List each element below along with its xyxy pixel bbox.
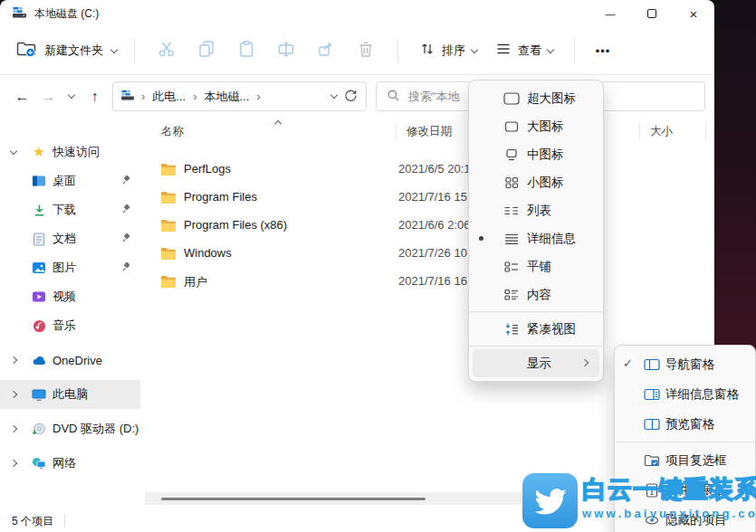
- sidebar-item-label: 视频: [53, 289, 76, 305]
- share-button[interactable]: [306, 33, 346, 68]
- back-button[interactable]: ←: [9, 89, 35, 105]
- more-options-button[interactable]: •••: [587, 44, 619, 58]
- delete-button[interactable]: [346, 33, 386, 68]
- sidebar-item-music[interactable]: 音乐: [0, 311, 143, 340]
- chevron-down-icon[interactable]: [10, 147, 17, 154]
- view-button[interactable]: 查看: [486, 41, 562, 61]
- sort-button[interactable]: 排序: [410, 41, 486, 61]
- submenu-item-label: 预览窗格: [665, 409, 714, 439]
- sidebar-item-this-pc[interactable]: 此电脑: [0, 380, 140, 409]
- watermark-url: www.baiyunxitong.com: [582, 507, 756, 520]
- menu-separator: [470, 311, 602, 312]
- sidebar-item-quick-access[interactable]: ★ 快速访问: [0, 138, 143, 166]
- menu-item-extra-large-icons[interactable]: 超大图标: [473, 84, 599, 112]
- menu-item-label: 紧凑视图: [527, 315, 576, 343]
- pin-icon: [120, 204, 131, 217]
- chevron-right-icon[interactable]: [10, 460, 17, 467]
- search-icon: [387, 89, 400, 105]
- details-pane-icon: [644, 387, 660, 402]
- menu-item-compact-view[interactable]: 紧凑视图: [473, 315, 599, 343]
- paste-button[interactable]: [226, 33, 266, 68]
- file-date: 2021/6/5 20:1: [398, 162, 471, 176]
- file-row[interactable]: Program Files (x86) 2021/6/6 2:06: [143, 212, 714, 240]
- item-checkboxes-icon: [644, 452, 660, 468]
- file-name: PerfLogs: [184, 162, 231, 176]
- close-button[interactable]: ×: [673, 0, 714, 27]
- scrollbar-thumb[interactable]: [161, 498, 426, 500]
- file-row[interactable]: PerfLogs 2021/6/5 20:1: [143, 156, 714, 184]
- maximize-button[interactable]: [631, 0, 673, 27]
- toolbar-divider: [134, 39, 135, 63]
- navigation-pane-icon: [644, 357, 660, 372]
- breadcrumb[interactable]: › 此电... › 本地磁... ›: [112, 81, 367, 111]
- column-headers: 名称 修改日期 大小: [143, 118, 714, 145]
- submenu-item-label: 项目复选框: [665, 445, 727, 475]
- file-date: 2021/7/16 16: [398, 274, 467, 288]
- menu-item-content[interactable]: 内容: [473, 280, 599, 309]
- chevron-right-icon[interactable]: [10, 391, 17, 398]
- sidebar-item-documents[interactable]: 文档: [0, 224, 143, 253]
- chevron-right-icon[interactable]: [10, 425, 17, 432]
- file-row[interactable]: Program Files 2021/7/16 15: [143, 184, 714, 212]
- picture-icon: [31, 261, 47, 274]
- menu-item-tiles[interactable]: 平铺: [473, 252, 599, 280]
- history-dropdown-button[interactable]: [62, 95, 81, 98]
- submenu-item-item-checkboxes[interactable]: 项目复选框: [618, 445, 751, 475]
- copy-icon: [197, 40, 215, 62]
- address-dropdown-icon[interactable]: [330, 91, 338, 99]
- forward-button[interactable]: →: [35, 89, 62, 105]
- watermark: 白云一键重装系统 www.baiyunxitong.com: [522, 473, 756, 528]
- file-row[interactable]: 用户 2021/7/16 16: [143, 268, 714, 296]
- star-icon: ★: [31, 144, 47, 160]
- music-icon: [31, 319, 47, 333]
- items-count: 5 个项目: [12, 514, 53, 529]
- sidebar-item-desktop[interactable]: 桌面: [0, 166, 143, 195]
- breadcrumb-separator: ›: [256, 90, 260, 103]
- file-name: Program Files: [184, 190, 257, 204]
- sidebar-item-downloads[interactable]: 下载: [0, 195, 143, 224]
- copy-button[interactable]: [187, 33, 226, 68]
- pin-icon: [120, 261, 131, 275]
- cut-button[interactable]: [147, 33, 187, 68]
- extra-large-icons-icon: [503, 91, 520, 106]
- file-row[interactable]: Windows 2021/7/26 10: [143, 240, 714, 268]
- medium-icons-icon: [503, 147, 520, 162]
- new-folder-button[interactable]: 新建文件夹: [11, 34, 122, 67]
- sidebar-item-dvd-drive[interactable]: DVD 驱动器 (D:) CP: [0, 414, 143, 443]
- dvd-icon: [31, 423, 47, 436]
- minimize-button[interactable]: —: [589, 0, 631, 27]
- column-header-name[interactable]: 名称: [143, 124, 396, 139]
- breadcrumb-this-pc[interactable]: 此电...: [152, 89, 186, 105]
- navigation-pane: ★ 快速访问 桌面 下载 文档 图片: [0, 118, 143, 510]
- menu-item-show[interactable]: 显示: [473, 349, 599, 377]
- sidebar-item-pictures[interactable]: 图片: [0, 253, 143, 282]
- menu-item-label: 小图标: [527, 168, 564, 196]
- sidebar-item-onedrive[interactable]: OneDrive: [0, 346, 143, 375]
- menu-item-small-icons[interactable]: 小图标: [473, 168, 599, 196]
- breadcrumb-local-disk[interactable]: 本地磁...: [205, 89, 250, 105]
- submenu-item-navigation-pane[interactable]: ✓ 导航窗格: [618, 349, 751, 379]
- trash-icon: [357, 40, 375, 62]
- menu-item-list[interactable]: 列表: [473, 196, 599, 224]
- video-icon: [31, 290, 47, 303]
- submenu-item-details-pane[interactable]: 详细信息窗格: [618, 379, 751, 409]
- menu-item-details[interactable]: 详细信息: [473, 224, 599, 252]
- chevron-right-icon[interactable]: [10, 356, 17, 364]
- sidebar-item-label: 快速访问: [53, 144, 100, 160]
- rename-button[interactable]: [266, 33, 306, 68]
- refresh-icon[interactable]: [344, 89, 358, 105]
- sidebar-item-videos[interactable]: 视频: [0, 282, 143, 311]
- forward-icon: →: [42, 89, 56, 104]
- chevron-down-icon: [68, 91, 75, 99]
- submenu-item-preview-pane[interactable]: 预览窗格: [618, 409, 751, 439]
- menu-separator: [616, 442, 754, 442]
- paste-icon: [237, 40, 255, 62]
- menu-item-medium-icons[interactable]: 中图标: [473, 140, 599, 168]
- horizontal-scrollbar[interactable]: [145, 492, 525, 505]
- sort-icon: [419, 41, 435, 61]
- sidebar-item-network[interactable]: 网络: [0, 449, 143, 478]
- column-header-size[interactable]: 大小: [639, 122, 706, 140]
- up-button[interactable]: ↑: [81, 89, 108, 105]
- computer-icon: [31, 388, 47, 402]
- menu-item-large-icons[interactable]: 大图标: [473, 112, 599, 140]
